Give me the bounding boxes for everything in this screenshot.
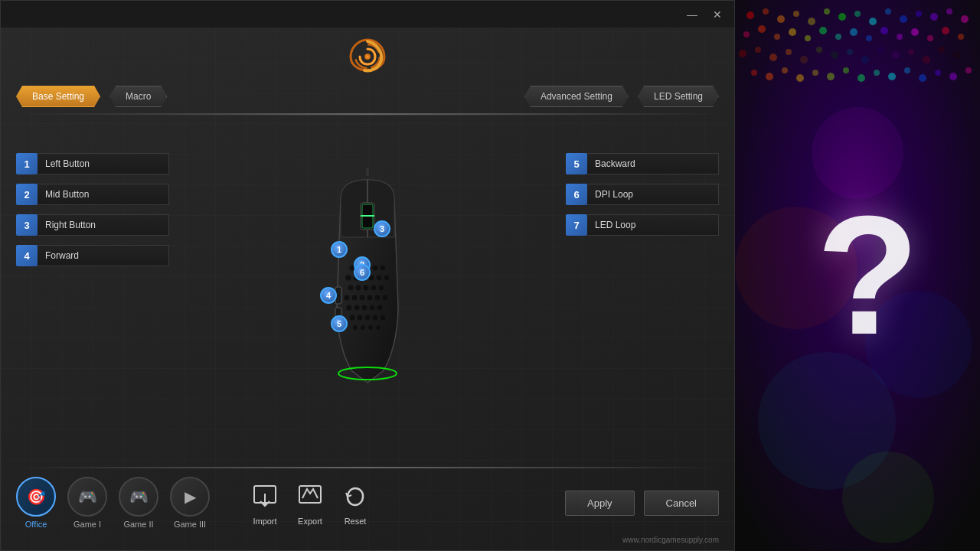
svg-point-55 bbox=[838, 13, 846, 21]
reset-label: Reset bbox=[345, 517, 367, 526]
reset-action[interactable]: Reset bbox=[338, 480, 372, 526]
mouse-badge-3[interactable]: 3 bbox=[374, 220, 390, 237]
button-label-6: DPI Loop bbox=[587, 184, 719, 205]
profile-office[interactable]: 🎯 Office bbox=[16, 477, 56, 529]
svg-point-0 bbox=[364, 54, 371, 60]
svg-point-51 bbox=[777, 15, 785, 23]
title-bar: — ✕ bbox=[1, 1, 734, 28]
svg-point-111 bbox=[935, 70, 941, 76]
svg-point-110 bbox=[919, 74, 926, 82]
svg-point-34 bbox=[364, 315, 371, 321]
svg-point-113 bbox=[965, 67, 972, 73]
svg-point-73 bbox=[880, 27, 888, 34]
profile-game1[interactable]: 🎮 Game I bbox=[67, 477, 107, 529]
export-icon bbox=[293, 480, 327, 514]
profile-label-game3: Game III bbox=[174, 520, 206, 529]
svg-point-93 bbox=[953, 51, 961, 59]
nav-tabs: Base Setting Macro Advanced Setting LED … bbox=[1, 83, 734, 113]
button-item-4[interactable]: 4 Forward bbox=[16, 245, 169, 266]
svg-point-8 bbox=[372, 265, 378, 271]
svg-point-21 bbox=[344, 295, 350, 301]
button-item-2[interactable]: 2 Mid Button bbox=[16, 184, 169, 205]
button-item-6[interactable]: 6 DPI Loop bbox=[566, 184, 719, 205]
svg-point-31 bbox=[377, 305, 383, 311]
tab-advanced-setting[interactable]: Advanced Setting bbox=[524, 86, 629, 107]
svg-point-63 bbox=[961, 15, 969, 23]
profile-icon-game2: 🎮 bbox=[119, 477, 158, 517]
button-label-1: Left Button bbox=[38, 153, 169, 174]
mouse-badge-6[interactable]: 6 bbox=[354, 264, 371, 281]
svg-point-102 bbox=[796, 74, 804, 82]
button-item-1[interactable]: 1 Left Button bbox=[16, 153, 169, 174]
svg-point-19 bbox=[371, 285, 377, 291]
svg-point-71 bbox=[850, 28, 858, 36]
svg-point-88 bbox=[877, 47, 884, 53]
svg-point-53 bbox=[808, 18, 815, 25]
right-button-list: 5 Backward 6 DPI Loop 7 LED Loop bbox=[566, 122, 719, 459]
mouse-badge-4[interactable]: 4 bbox=[320, 287, 337, 304]
svg-point-84 bbox=[816, 47, 822, 53]
svg-point-74 bbox=[897, 34, 903, 40]
button-number-3: 3 bbox=[16, 214, 38, 236]
svg-point-50 bbox=[763, 8, 769, 15]
button-item-5[interactable]: 5 Backward bbox=[566, 153, 719, 174]
svg-point-27 bbox=[346, 305, 352, 311]
tab-led-setting[interactable]: LED Setting bbox=[638, 86, 719, 107]
svg-point-29 bbox=[361, 305, 368, 311]
svg-point-26 bbox=[382, 295, 388, 301]
profile-game3[interactable]: ▶ Game III bbox=[170, 477, 210, 529]
button-label-5: Backward bbox=[587, 153, 719, 174]
profile-label-game1: Game I bbox=[74, 520, 101, 529]
button-number-4: 4 bbox=[16, 245, 38, 266]
action-buttons: Apply Cancel bbox=[565, 491, 719, 516]
svg-point-15 bbox=[384, 275, 390, 281]
mouse-image: 1 2 3 4 5 6 bbox=[299, 168, 436, 413]
svg-point-9 bbox=[380, 265, 386, 271]
svg-point-49 bbox=[746, 11, 754, 19]
svg-point-36 bbox=[380, 315, 386, 321]
close-button[interactable]: ✕ bbox=[708, 7, 727, 22]
svg-point-87 bbox=[861, 56, 869, 64]
svg-point-75 bbox=[911, 28, 919, 36]
export-label: Export bbox=[298, 517, 322, 526]
svg-point-35 bbox=[372, 315, 378, 321]
import-label: Import bbox=[253, 517, 276, 526]
svg-point-52 bbox=[793, 11, 799, 17]
button-item-3[interactable]: 3 Right Button bbox=[16, 214, 169, 236]
svg-point-67 bbox=[789, 28, 796, 36]
button-number-7: 7 bbox=[566, 214, 587, 236]
svg-point-39 bbox=[368, 325, 374, 331]
svg-point-105 bbox=[843, 67, 849, 73]
apply-button[interactable]: Apply bbox=[565, 491, 635, 516]
tab-macro[interactable]: Macro bbox=[109, 86, 167, 107]
button-number-5: 5 bbox=[566, 153, 587, 174]
svg-point-30 bbox=[369, 305, 375, 311]
svg-point-24 bbox=[367, 295, 373, 301]
button-number-1: 1 bbox=[16, 153, 38, 174]
tab-base-setting[interactable]: Base Setting bbox=[16, 86, 100, 107]
cancel-button[interactable]: Cancel bbox=[644, 491, 719, 516]
profile-game2[interactable]: 🎮 Game II bbox=[119, 477, 158, 529]
mouse-badge-1[interactable]: 1 bbox=[331, 241, 348, 258]
svg-point-10 bbox=[345, 275, 351, 281]
svg-point-100 bbox=[766, 73, 773, 80]
minimize-button[interactable]: — bbox=[682, 7, 702, 22]
svg-point-38 bbox=[361, 325, 366, 331]
reset-icon bbox=[338, 480, 372, 514]
mouse-svg bbox=[299, 168, 436, 413]
deco-panel: ? bbox=[735, 0, 980, 551]
svg-point-72 bbox=[866, 35, 872, 41]
button-item-7[interactable]: 7 LED Loop bbox=[566, 214, 719, 236]
import-action[interactable]: Import bbox=[248, 480, 282, 526]
app-logo bbox=[345, 34, 390, 80]
button-label-4: Forward bbox=[38, 245, 169, 266]
svg-point-82 bbox=[786, 49, 792, 55]
title-bar-controls: — ✕ bbox=[682, 7, 727, 22]
svg-point-59 bbox=[900, 15, 907, 23]
svg-point-37 bbox=[353, 325, 358, 331]
button-number-2: 2 bbox=[16, 184, 38, 205]
export-action[interactable]: Export bbox=[293, 480, 327, 526]
mouse-badge-5[interactable]: 5 bbox=[331, 315, 348, 332]
svg-point-18 bbox=[363, 285, 369, 291]
svg-point-68 bbox=[805, 35, 811, 41]
